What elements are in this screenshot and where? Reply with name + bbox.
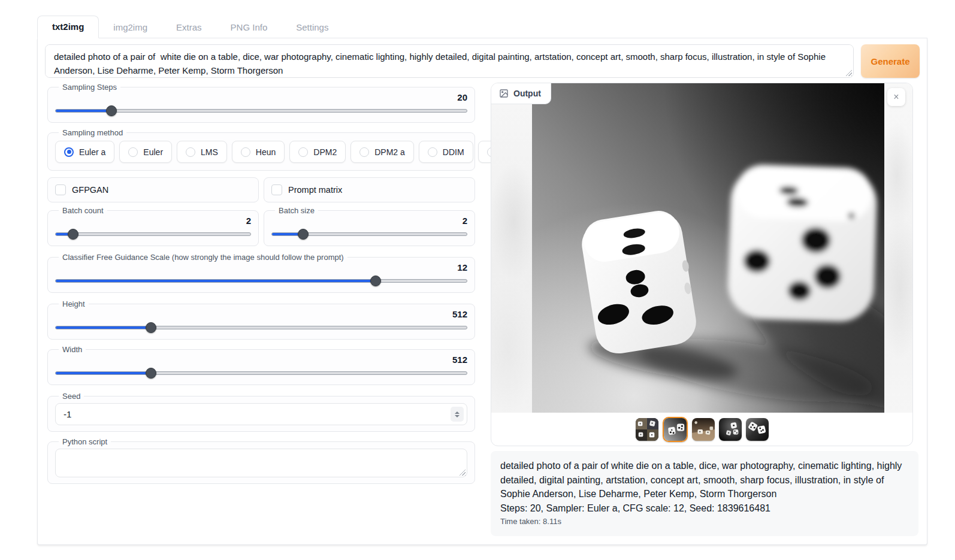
width-group: Width 512 bbox=[47, 345, 475, 385]
radio-lms[interactable]: LMS bbox=[177, 141, 227, 163]
radio-circle-icon bbox=[128, 147, 138, 157]
output-info-panel: detailed photo of a pair of white die on… bbox=[491, 451, 918, 536]
radio-heun[interactable]: Heun bbox=[232, 141, 285, 163]
python-script-wrap bbox=[55, 449, 467, 477]
gfpgan-column: GFPGAN Batch count 2 bbox=[47, 177, 259, 246]
close-button[interactable]: × bbox=[887, 88, 905, 106]
cfg-scale-value: 12 bbox=[55, 262, 467, 273]
prompt-row: detailed photo of a pair of white die on… bbox=[45, 44, 920, 78]
tab-Extras[interactable]: Extras bbox=[162, 17, 216, 38]
seed-input-wrap bbox=[55, 403, 467, 425]
prompt-matrix-checkbox[interactable] bbox=[271, 184, 282, 195]
radio-ddim[interactable]: DDIM bbox=[419, 141, 473, 163]
cfg-scale-slider[interactable] bbox=[55, 276, 467, 286]
batch-count-slider[interactable] bbox=[55, 229, 251, 240]
txt2img-panel: detailed photo of a pair of white die on… bbox=[37, 38, 927, 545]
height-label: Height bbox=[59, 299, 89, 308]
width-label: Width bbox=[59, 345, 86, 354]
prompt-field-wrap: detailed photo of a pair of white die on… bbox=[45, 44, 854, 78]
radio-dpm2[interactable]: DPM2 bbox=[289, 141, 346, 163]
output-column: Output × bbox=[491, 83, 918, 536]
generate-button[interactable]: Generate bbox=[861, 44, 920, 78]
radio-circle-icon bbox=[241, 147, 250, 157]
output-panel-header: Output bbox=[491, 83, 551, 104]
output-info-params: Steps: 20, Sampler: Euler a, CFG scale: … bbox=[500, 501, 909, 516]
gallery-viewport bbox=[491, 83, 912, 413]
settings-column: Sampling Steps 20 Sampling method Euler … bbox=[47, 83, 475, 536]
python-script-group: Python script bbox=[47, 437, 475, 484]
output-info-time: Time taken: 8.11s bbox=[500, 517, 909, 526]
tab-img2img[interactable]: img2img bbox=[99, 17, 162, 38]
batch-size-group: Batch size 2 bbox=[264, 206, 475, 246]
sampling-steps-slider[interactable] bbox=[55, 105, 467, 116]
slider-thumb[interactable] bbox=[146, 368, 156, 379]
seed-group: Seed bbox=[47, 392, 475, 432]
gfpgan-checkbox-row[interactable]: GFPGAN bbox=[47, 177, 259, 202]
output-panel-label: Output bbox=[513, 89, 541, 98]
sampling-steps-group: Sampling Steps 20 bbox=[47, 83, 475, 123]
radio-label: Euler a bbox=[79, 147, 105, 157]
sampling-method-options: Euler aEulerLMSHeunDPM2DPM2 aDDIMPLMS bbox=[55, 141, 467, 163]
slider-thumb[interactable] bbox=[106, 105, 117, 116]
gfpgan-checkbox[interactable] bbox=[55, 184, 66, 195]
slider-thumb[interactable] bbox=[298, 229, 309, 240]
gallery-thumbnail-dice-dark-scene[interactable] bbox=[719, 418, 742, 441]
batch-size-slider[interactable] bbox=[271, 229, 467, 240]
radio-circle-icon bbox=[298, 147, 308, 157]
radio-circle-icon bbox=[428, 147, 437, 157]
width-value: 512 bbox=[55, 355, 467, 365]
tab-bar: txt2imgimg2imgExtrasPNG InfoSettings bbox=[37, 15, 927, 38]
batch-count-group: Batch count 2 bbox=[47, 206, 259, 246]
radio-label: LMS bbox=[201, 147, 218, 157]
tab-PNG Info[interactable]: PNG Info bbox=[216, 17, 282, 38]
prompt-matrix-column: Prompt matrix Batch size 2 bbox=[264, 177, 475, 246]
radio-label: Heun bbox=[256, 147, 276, 157]
app-root: txt2imgimg2imgExtrasPNG InfoSettings det… bbox=[0, 0, 955, 545]
sampling-method-label: Sampling method bbox=[59, 128, 126, 137]
width-slider[interactable] bbox=[55, 368, 467, 379]
cfg-scale-group: Classifier Free Guidance Scale (how stro… bbox=[47, 253, 475, 293]
sampling-steps-label: Sampling Steps bbox=[59, 83, 120, 92]
image-icon bbox=[499, 89, 509, 98]
batch-count-label: Batch count bbox=[59, 206, 107, 215]
seed-spinner[interactable] bbox=[451, 407, 464, 422]
radio-label: DPM2 bbox=[313, 147, 337, 157]
python-script-input[interactable] bbox=[55, 449, 467, 477]
seed-label: Seed bbox=[59, 392, 84, 401]
gallery-blur-right bbox=[884, 83, 912, 413]
slider-thumb[interactable] bbox=[146, 322, 156, 333]
generated-image[interactable] bbox=[532, 83, 884, 413]
gallery-thumbnail-dice-pair[interactable] bbox=[663, 417, 688, 442]
gallery-thumbnail-dice-tilted-pair[interactable] bbox=[746, 418, 769, 441]
sampling-steps-value: 20 bbox=[55, 92, 467, 103]
gallery-thumbnail-dice-on-table[interactable] bbox=[692, 418, 715, 441]
gallery-thumbnail-dice-collage[interactable] bbox=[636, 418, 658, 441]
seed-input[interactable] bbox=[56, 404, 467, 425]
height-slider[interactable] bbox=[55, 322, 467, 333]
prompt-matrix-label: Prompt matrix bbox=[288, 185, 342, 195]
prompt-matrix-checkbox-row[interactable]: Prompt matrix bbox=[264, 177, 475, 202]
spinner-down-icon[interactable] bbox=[455, 415, 460, 417]
radio-circle-icon bbox=[359, 147, 369, 157]
radio-label: Euler bbox=[143, 147, 163, 157]
gallery-blur-left bbox=[491, 83, 532, 413]
slider-thumb[interactable] bbox=[370, 276, 381, 286]
radio-dpm2-a[interactable]: DPM2 a bbox=[350, 141, 414, 163]
slider-thumb[interactable] bbox=[68, 229, 78, 240]
main-row: Sampling Steps 20 Sampling method Euler … bbox=[45, 83, 920, 536]
tab-Settings[interactable]: Settings bbox=[282, 17, 343, 38]
tab-txt2img[interactable]: txt2img bbox=[37, 16, 99, 38]
radio-euler-a[interactable]: Euler a bbox=[55, 141, 114, 163]
spinner-up-icon[interactable] bbox=[455, 411, 460, 414]
sampling-method-group: Sampling method Euler aEulerLMSHeunDPM2D… bbox=[47, 128, 475, 171]
radio-euler[interactable]: Euler bbox=[119, 141, 172, 163]
output-info-prompt: detailed photo of a pair of white die on… bbox=[500, 459, 909, 501]
gfpgan-label: GFPGAN bbox=[72, 185, 108, 195]
batch-size-value: 2 bbox=[271, 216, 467, 226]
batch-size-label: Batch size bbox=[275, 206, 318, 215]
radio-circle-icon bbox=[64, 147, 74, 157]
radio-label: DPM2 a bbox=[374, 147, 405, 157]
prompt-input[interactable]: detailed photo of a pair of white die on… bbox=[45, 44, 854, 78]
height-value: 512 bbox=[55, 309, 467, 320]
output-panel: Output × bbox=[491, 83, 913, 446]
